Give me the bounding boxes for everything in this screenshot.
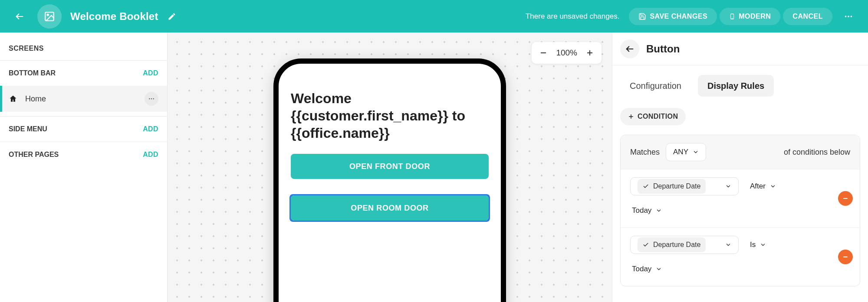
sidebar-section-side-menu: SIDE MENU ADD: [0, 116, 167, 142]
document-title: Welcome Booklet: [70, 10, 158, 23]
condition-field-dropdown[interactable]: Departure Date: [630, 236, 739, 254]
svg-point-9: [151, 98, 152, 100]
preview-heading[interactable]: Welcome {{customer.first_name}} to {{off…: [291, 90, 489, 142]
condition-field-chip: Departure Date: [638, 237, 706, 252]
sidebar-item-label: Home: [25, 94, 46, 104]
condition-field-value: Departure Date: [653, 241, 700, 249]
sidebar-section-label: OTHER PAGES: [9, 151, 59, 159]
condition-field-value: Departure Date: [653, 182, 700, 190]
condition-row: Departure Date Is Today: [621, 227, 860, 286]
arrow-left-icon: [15, 12, 24, 21]
zoom-out-button[interactable]: [536, 45, 551, 60]
condition-field-dropdown[interactable]: Departure Date: [630, 177, 739, 195]
match-mode-dropdown[interactable]: ANY: [666, 143, 706, 161]
home-icon: [9, 94, 17, 103]
matches-label: Matches: [630, 148, 660, 157]
remove-condition-button[interactable]: [838, 191, 853, 206]
sidebar-heading-screens: SCREENS: [0, 32, 167, 60]
dots-horizontal-icon: [844, 12, 853, 21]
condition-operator-value: Is: [750, 240, 756, 249]
chevron-down-icon: [770, 183, 776, 189]
add-condition-button[interactable]: CONDITION: [620, 108, 686, 125]
condition-operator-dropdown[interactable]: Is: [748, 236, 773, 254]
minus-icon: [842, 195, 849, 202]
add-bottom-bar-button[interactable]: ADD: [143, 69, 158, 77]
cancel-button-label: CANCEL: [792, 13, 823, 20]
remove-condition-button[interactable]: [838, 250, 853, 264]
pencil-icon: [168, 12, 176, 21]
svg-point-8: [149, 98, 150, 100]
svg-point-5: [845, 16, 847, 17]
left-sidebar: SCREENS BOTTOM BAR ADD Home SIDE MENU AD…: [0, 32, 168, 302]
add-other-page-button[interactable]: ADD: [143, 151, 158, 159]
condition-value-label: Today: [632, 206, 651, 215]
rename-button[interactable]: [164, 8, 180, 25]
zoom-value: 100%: [553, 48, 580, 58]
check-icon: [643, 242, 649, 248]
zoom-in-button[interactable]: [582, 45, 597, 60]
tab-display-rules[interactable]: Display Rules: [698, 75, 774, 97]
design-canvas[interactable]: 100% Welcome {{customer.first_name}} to …: [168, 32, 612, 302]
document-icon-badge: [37, 4, 62, 29]
condition-row: Departure Date After Today: [621, 169, 860, 227]
svg-point-2: [47, 14, 49, 15]
right-panel-tabs: Configuration Display Rules: [612, 65, 868, 97]
right-panel-title: Button: [646, 43, 680, 55]
tab-configuration[interactable]: Configuration: [620, 75, 691, 97]
sidebar-section-label: SIDE MENU: [9, 125, 47, 133]
condition-value-dropdown[interactable]: Today: [630, 260, 669, 278]
save-button-label: SAVE CHANGES: [650, 13, 707, 20]
image-icon: [44, 11, 55, 22]
sidebar-item-home[interactable]: Home: [0, 86, 167, 112]
chevron-down-icon: [656, 208, 662, 214]
chevron-down-icon: [656, 266, 662, 272]
preview-button-label: OPEN ROOM DOOR: [351, 204, 428, 213]
preview-mode-button[interactable]: MODERN: [720, 8, 780, 25]
save-icon: [638, 13, 646, 20]
phone-preview-frame: Welcome {{customer.first_name}} to {{off…: [273, 58, 506, 302]
right-panel-back-button[interactable]: [620, 39, 639, 58]
chevron-down-icon: [725, 183, 731, 189]
svg-point-7: [851, 16, 852, 17]
matches-tail-label: of conditions below: [784, 148, 850, 157]
rules-container: Matches ANY of conditions below Departur…: [620, 135, 860, 286]
preview-button-open-front-door[interactable]: OPEN FRONT DOOR: [291, 154, 489, 179]
plus-icon: [628, 114, 634, 120]
svg-point-10: [153, 98, 154, 100]
save-button[interactable]: SAVE CHANGES: [629, 8, 717, 25]
match-mode-value: ANY: [673, 148, 688, 156]
rules-header: Matches ANY of conditions below: [621, 135, 860, 169]
right-panel-header: Button: [612, 32, 868, 65]
plus-icon: [586, 49, 594, 57]
right-panel-body: CONDITION Matches ANY of conditions belo…: [612, 97, 868, 298]
preview-mode-label: MODERN: [739, 13, 771, 20]
right-panel: Button Configuration Display Rules CONDI…: [612, 32, 868, 302]
chevron-down-icon: [725, 242, 731, 248]
condition-value-dropdown[interactable]: Today: [630, 201, 669, 220]
unsaved-changes-label: There are unsaved changes.: [526, 12, 619, 21]
add-side-menu-button[interactable]: ADD: [143, 125, 158, 133]
top-bar: Welcome Booklet There are unsaved change…: [0, 0, 868, 32]
minus-icon: [539, 49, 547, 57]
condition-field-chip: Departure Date: [638, 179, 706, 194]
zoom-control: 100%: [532, 42, 602, 64]
chevron-down-icon: [693, 149, 699, 155]
condition-operator-dropdown[interactable]: After: [748, 177, 783, 195]
more-actions-button[interactable]: [838, 6, 858, 26]
back-button[interactable]: [10, 6, 30, 26]
condition-value-label: Today: [632, 265, 651, 273]
chevron-down-icon: [760, 242, 766, 248]
sidebar-section-bottom-bar: BOTTOM BAR ADD: [0, 60, 167, 86]
dots-horizontal-icon: [148, 95, 155, 102]
mobile-icon: [729, 13, 735, 20]
minus-icon: [842, 253, 849, 260]
sidebar-item-more-button[interactable]: [145, 92, 158, 106]
preview-button-open-room-door[interactable]: OPEN ROOM DOOR: [291, 195, 489, 221]
arrow-left-icon: [625, 44, 635, 54]
main-area: SCREENS BOTTOM BAR ADD Home SIDE MENU AD…: [0, 32, 868, 302]
svg-point-6: [848, 16, 849, 17]
cancel-button[interactable]: CANCEL: [783, 8, 832, 25]
condition-operator-value: After: [750, 182, 766, 191]
check-icon: [643, 183, 649, 189]
sidebar-section-other-pages: OTHER PAGES ADD: [0, 142, 167, 167]
